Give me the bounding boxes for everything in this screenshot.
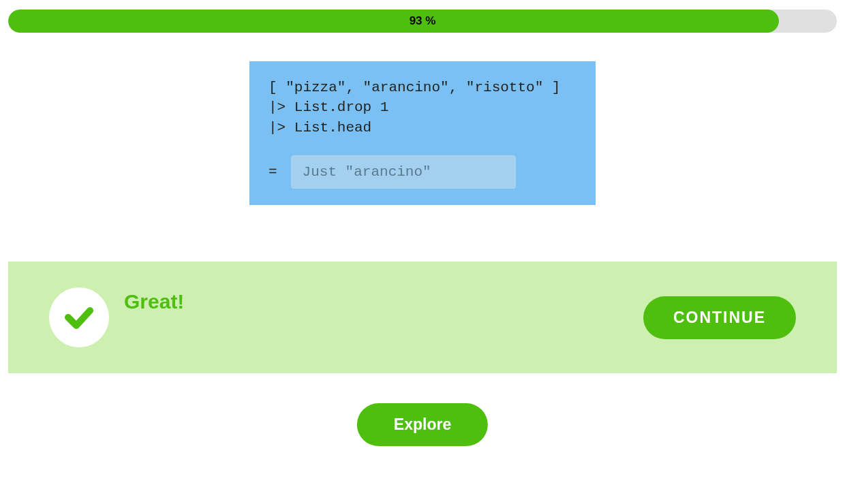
feedback-left: Great! (49, 287, 184, 347)
feedback-message: Great! (124, 290, 184, 313)
continue-button[interactable]: CONTINUE (643, 296, 796, 339)
code-line-2: |> List.drop 1 (268, 99, 388, 115)
check-circle (49, 287, 109, 347)
progress-label: 93 % (8, 10, 837, 33)
equals-sign: = (268, 164, 277, 180)
feedback-banner: Great! CONTINUE (8, 262, 837, 373)
code-block: [ "pizza", "arancino", "risotto" ] |> Li… (268, 78, 577, 138)
progress-bar: 93 % (8, 10, 837, 33)
explore-button[interactable]: Explore (357, 403, 488, 446)
code-exercise-card: [ "pizza", "arancino", "risotto" ] |> Li… (249, 61, 596, 205)
code-line-3: |> List.head (268, 120, 371, 136)
answer-input[interactable] (291, 155, 516, 189)
code-line-1: [ "pizza", "arancino", "risotto" ] (268, 80, 560, 95)
answer-row: = (268, 155, 577, 189)
checkmark-icon (63, 301, 95, 334)
